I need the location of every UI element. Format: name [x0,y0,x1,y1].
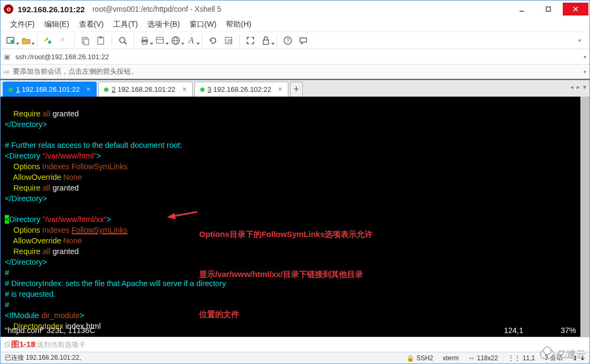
status-term: xterm [443,354,459,362]
svg-rect-16 [156,37,163,43]
vim-file-info: "httpd.conf" 323L, 11136C [5,326,95,336]
title-bar: ✿ 192.168.26.101:22 root@vms001:/etc/htt… [1,1,589,18]
script-button[interactable]: JS [222,34,235,48]
hint-overflow-icon[interactable]: ▾ [584,69,586,75]
paste-button[interactable] [94,34,108,48]
tab-close-icon[interactable]: ✕ [182,86,187,93]
status-cursor: ⋮⋮11,1 [508,354,535,362]
reconnect-button[interactable] [41,34,55,48]
vim-scroll-pct: 37% [561,326,576,336]
open-button[interactable] [19,34,33,48]
window: ✿ 192.168.26.101:22 root@vms001:/etc/htt… [0,0,590,364]
app-icon: ✿ [4,4,13,14]
status-connection: 已连接 192.168.26.101:22。 [5,353,85,362]
tab-prev-icon[interactable]: ◂ [570,83,573,91]
svg-text:?: ? [287,38,290,44]
status-ssh: 🔒SSH2 [406,354,433,362]
menu-view[interactable]: 查看(V) [75,19,108,30]
print-button[interactable] [138,34,152,48]
svg-rect-15 [143,42,147,44]
session-tab-3[interactable]: 3 192.168.26.102:22 ✕ [194,82,288,97]
send-input-bar[interactable]: 仅▢▢▢发送到当前选项卡 图1-18 [1,337,589,352]
tab-bar: 1 192.168.26.101:22 ✕ 2 192.168.26.101:2… [1,79,589,97]
copy-button[interactable] [78,34,92,48]
toolbar-overflow-icon[interactable]: ▾ [572,34,586,48]
svg-point-11 [120,37,125,43]
tab-next-icon[interactable]: ▸ [577,83,580,91]
title-path: root@vms001:/etc/httpd/conf - Xshell 5 [92,5,221,13]
lock-icon: 🔒 [406,354,414,362]
add-tab-button[interactable]: + [290,82,303,97]
svg-point-6 [48,41,51,44]
terminal[interactable]: Require all granted </Directory> # Furth… [1,97,589,337]
terminal-scrollbar[interactable] [580,97,589,337]
status-dot-icon [200,88,204,92]
status-size: ↔118x22 [468,354,498,362]
address-icon: ▣ [4,53,10,61]
close-button[interactable] [563,3,588,15]
fullscreen-button[interactable] [243,34,257,48]
menu-tools[interactable]: 工具(T) [109,19,142,30]
tab-nav: ◂ ▸ ▾ [570,83,586,91]
session-tab-2[interactable]: 2 192.168.26.101:22 ✕ [98,82,192,97]
disconnect-button[interactable] [57,34,70,48]
address-bar: ▣ ssh://root@192.168.26.101:22 ▾ [1,49,589,65]
menu-help[interactable]: 帮助(H) [222,19,255,30]
tab-label: 192.168.26.102:22 [213,85,271,93]
svg-line-12 [124,42,127,44]
address-field[interactable]: ssh://root@192.168.26.101:22 [13,52,580,62]
status-dot-icon [104,88,108,92]
menu-file[interactable]: 文件(F) [6,19,39,30]
svg-rect-23 [263,40,269,44]
tab-label: 192.168.26.101:22 [22,85,80,93]
menu-tabs[interactable]: 选项卡(B) [143,19,184,30]
new-session-button[interactable] [4,34,18,48]
tab-close-icon[interactable]: ✕ [278,86,282,93]
properties-button[interactable] [153,34,167,48]
tab-close-icon[interactable]: ✕ [86,86,91,93]
lock-button[interactable] [259,34,273,48]
svg-rect-1 [546,7,550,11]
session-tab-1[interactable]: 1 192.168.26.101:22 ✕ [3,82,97,97]
cloud-icon [540,350,555,359]
globe-button[interactable] [169,34,183,48]
find-button[interactable] [116,34,130,48]
help-button[interactable]: ? [281,34,295,48]
minimize-button[interactable] [509,3,534,15]
hint-text: 要添加当前会话，点击左侧的箭头按钮。 [13,67,138,76]
toolbar: A JS ? ▾ [1,32,589,49]
menu-bar: 文件(F) 编辑(E) 查看(V) 工具(T) 选项卡(B) 窗口(W) 帮助(… [1,18,589,32]
font-button[interactable]: A [184,34,198,48]
chat-button[interactable] [296,34,310,48]
svg-rect-10 [99,36,102,38]
menu-edit[interactable]: 编辑(E) [40,19,74,30]
figure-label: 图1-18 [11,339,35,350]
address-overflow-icon[interactable]: ▾ [584,54,586,60]
svg-text:JS: JS [226,38,232,44]
svg-rect-14 [143,37,147,40]
svg-marker-27 [167,213,176,219]
svg-rect-8 [84,39,89,45]
annotation-text: Options目录下的FollowSymLinks选项表示允许 显示/var/w… [199,201,373,337]
grid-icon: ⋮⋮ [508,354,521,362]
svg-line-26 [174,212,197,216]
tab-label: 192.168.26.101:22 [117,85,175,93]
watermark: 亿速云 [540,348,586,361]
menu-window[interactable]: 窗口(W) [185,19,221,30]
maximize-button[interactable] [536,3,561,15]
annotation-arrow-icon [166,208,198,219]
size-icon: ↔ [468,354,475,362]
svg-rect-5 [11,40,14,43]
status-dot-icon [9,88,13,92]
vim-cursor-pos: 124,1 [504,326,523,336]
refresh-button[interactable] [206,34,220,48]
tab-list-icon[interactable]: ▾ [583,83,586,91]
status-bar: 已连接 192.168.26.101:22。 🔒SSH2 xterm ↔118x… [1,352,589,363]
title-ip: 192.168.26.101:22 [18,5,85,14]
hint-arrow-icon[interactable]: ⇨ [4,68,10,76]
hint-bar: ⇨ 要添加当前会话，点击左侧的箭头按钮。 ▾ [1,65,589,79]
